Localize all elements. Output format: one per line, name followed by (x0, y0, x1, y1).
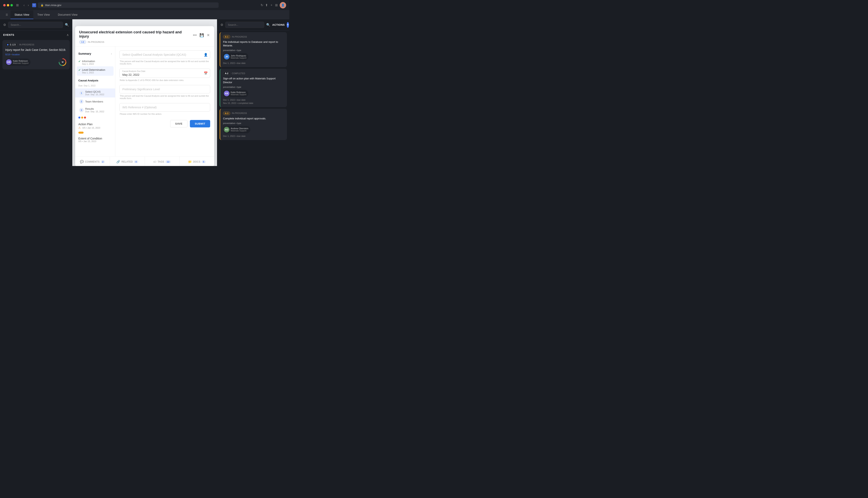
ims-hint: Please enter IMS ID number for this acti… (119, 113, 210, 115)
action-footer-a1: JR John Rodriguez Materials Support (223, 53, 284, 60)
right-sidebar: ⚙ 🔍 ACTIONS + A-1 IN-PROGRESS File indiv… (217, 19, 289, 166)
left-sidebar: ⚙ 🔍 EVENTS ∧ E-123 IN-PROGRESS Injury re… (0, 19, 72, 166)
event-footer: KR Katie Robinson Materials Support 4 (5, 58, 67, 66)
right-search-icon[interactable]: 🔍 (266, 23, 270, 27)
user-avatar[interactable]: 👤 (280, 2, 286, 9)
navtabs: ☰ Status View Tree View Document View (0, 11, 289, 19)
action-title-a3: Complete individual report approvals. (223, 117, 284, 120)
significance-group: This person will lead the Causal Analysi… (119, 85, 210, 100)
grid-button[interactable]: ⊞ (275, 3, 278, 7)
main-layout: ⚙ 🔍 EVENTS ∧ E-123 IN-PROGRESS Injury re… (0, 19, 289, 166)
events-collapse-icon[interactable]: ∧ (67, 33, 69, 37)
qcas-input[interactable] (119, 50, 210, 59)
search-icon[interactable]: 🔍 (65, 23, 69, 27)
modal-form-content: 👤 This person will lead the Causal Analy… (115, 47, 214, 156)
refresh-button[interactable]: ↻ (261, 3, 263, 7)
action-card-a3[interactable]: A-3 IN-PROGRESS Complete individual repo… (219, 109, 287, 140)
filter-icon[interactable]: ⚙ (3, 23, 6, 27)
submit-button[interactable]: SUBMIT (190, 120, 210, 128)
event-status: IN-PROGRESS (19, 44, 35, 46)
menu-toggle[interactable]: ☰ (3, 11, 11, 19)
action-footer-a2: KR Katie Robinson Materials Support (223, 90, 284, 97)
topbar: ⊞ ‹ › 🛡 🔒 titan.nnsa.gov ↻ ⬆ ＋ ⊞ 👤 (0, 0, 289, 11)
share-button[interactable]: ⬆ (265, 3, 268, 7)
footer-tab-comments[interactable]: 💬 COMMENTS 2 (75, 157, 110, 166)
footer-tab-related[interactable]: 🔗 RELATED 4 (110, 157, 145, 166)
due-date-wrapper: Causal Analysis Due Date 📅 (119, 68, 210, 78)
modal-save-button[interactable]: 💾 (199, 32, 204, 38)
action-footer-a3: AO Andrew Oberstein Materials Support (223, 126, 284, 133)
nav-extent-dot (75, 131, 115, 135)
add-action-button[interactable]: + (287, 22, 289, 28)
action-due-a1: Dec 1, 2022 • due date (223, 62, 284, 64)
add-tab-button[interactable]: ＋ (270, 3, 273, 7)
nav-extent-of-condition[interactable]: Extent of Condition 0/5 • Jan 15, 2023 (75, 135, 115, 144)
action-due-a2: Dec 1, 2022 • due date (223, 99, 284, 101)
action-person-a1: JR John Rodriguez Materials Support (223, 53, 248, 60)
tab-document-view[interactable]: Document View (54, 11, 82, 19)
event-card[interactable]: E-123 IN-PROGRESS Injury report for Jack… (2, 40, 70, 69)
modal-close-button[interactable]: ✕ (206, 32, 210, 38)
docs-label: DOCS (193, 160, 200, 163)
event-badge: E-123 (5, 43, 17, 47)
action-due-a3: Dec 1, 2022 • due date (223, 135, 284, 137)
ims-group: Please enter IMS ID number for this acti… (119, 103, 210, 115)
events-header: EVENTS ∧ (0, 30, 72, 38)
related-icon: 🔗 (116, 160, 120, 163)
url-bar[interactable]: 🔒 titan.nnsa.gov (38, 2, 218, 8)
sidebar-search-bar: ⚙ 🔍 (0, 19, 72, 30)
action-person-a2: KR Katie Robinson Materials Support (223, 90, 248, 97)
dot-orange-bar (78, 132, 83, 134)
docs-icon: 📁 (188, 160, 192, 163)
action-status-a2: COMPLETED (232, 73, 245, 75)
progress-ring: 4 (58, 58, 67, 66)
qcas-hint: This person will lead the Causal Analysi… (119, 60, 210, 65)
nav-action-plan[interactable]: Action Plan ⚠ 0/5 • Jan 15, 2023 (75, 121, 115, 131)
traffic-light-green[interactable] (11, 4, 13, 6)
step-number-3: 3 (79, 108, 83, 112)
right-sidebar-header: ⚙ 🔍 ACTIONS + (217, 19, 289, 30)
calendar-icon[interactable]: 📅 (204, 71, 208, 75)
save-button[interactable]: SAVE (170, 120, 187, 128)
tab-tree-view[interactable]: Tree View (34, 11, 54, 19)
right-search-input[interactable] (225, 22, 264, 28)
traffic-light-red[interactable] (3, 4, 5, 6)
nav-back[interactable]: ‹ (24, 3, 25, 7)
traffic-light-yellow[interactable] (7, 4, 9, 6)
action-plan-dots (75, 115, 115, 121)
nav-step-select-qcas[interactable]: 1 Select QCAS Due: Sep. 15, 2022 (75, 89, 115, 97)
search-input[interactable] (8, 22, 63, 28)
nav-step-results[interactable]: 3 Results Due: Sep. 15, 2022 (75, 105, 115, 115)
ims-input[interactable] (119, 103, 210, 112)
due-date-input[interactable] (119, 68, 210, 78)
qcas-field-group: 👤 This person will lead the Causal Analy… (119, 50, 210, 65)
action-card-a1[interactable]: A-1 IN-PROGRESS File individual reports … (219, 32, 287, 67)
footer-tab-tags[interactable]: 🏷 TAGS 12 (145, 157, 179, 166)
sidebar-toggle[interactable]: ⊞ (14, 2, 20, 8)
modal-badges: I-3 IN-PROGRESS (79, 40, 210, 44)
related-label: RELATED (122, 160, 133, 163)
url-text: titan.nnsa.gov (45, 4, 62, 6)
tab-status-view[interactable]: Status View (11, 11, 34, 19)
nav-step-team-members[interactable]: 2 Team Members (75, 97, 115, 105)
due-date-group: Causal Analysis Due Date 📅 Refer to Appe… (119, 68, 210, 81)
nav-information[interactable]: ✔ Information Sep 1, 2022 (75, 58, 115, 66)
nav-forward[interactable]: › (28, 3, 29, 7)
nav-summary-arrow: › (111, 52, 112, 55)
warn-icon: ⚠ (78, 126, 81, 129)
modal-actions: ••• 💾 ✕ (192, 32, 210, 38)
topbar-right: ↻ ⬆ ＋ ⊞ 👤 (261, 2, 286, 9)
event-badge-dot (7, 44, 9, 45)
nav-level-determination[interactable]: ✔ Level Determination Sep 1, 2022 (77, 66, 113, 76)
right-filter-icon[interactable]: ⚙ (221, 23, 223, 27)
actions-title: ACTIONS (272, 23, 285, 26)
modal-more-button[interactable]: ••• (192, 32, 197, 38)
action-status-a3: IN-PROGRESS (232, 112, 247, 114)
footer-tab-docs[interactable]: 📁 DOCS 5 (179, 157, 214, 166)
action-card-a3-header: A-3 IN-PROGRESS (223, 112, 284, 115)
action-title-a1: File individual reports to Database and … (223, 40, 284, 48)
modal-title: Unsecured electrical extension cord caus… (79, 30, 192, 39)
nav-summary[interactable]: Summary › (75, 50, 115, 58)
significance-input[interactable] (119, 85, 210, 93)
action-card-a2[interactable]: A-2 COMPLETED Sign-off on action plan wi… (219, 69, 287, 107)
